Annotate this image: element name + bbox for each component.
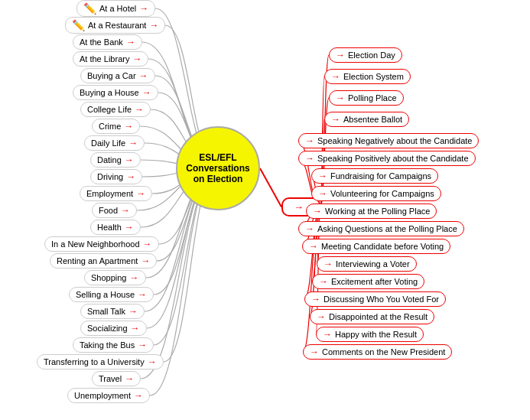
right-node-arrow-excitement: → [319, 276, 328, 287]
left-node-employment[interactable]: Employment→ [80, 186, 152, 201]
node-arrow-food: → [121, 205, 130, 216]
node-label-library: At the Library [80, 54, 129, 63]
node-label-daily-life: Daily Life [91, 138, 125, 148]
right-node-excitement[interactable]: →Excitement after Voting [312, 274, 424, 289]
left-node-travel[interactable]: Travel→ [92, 371, 141, 386]
left-node-college-life[interactable]: College Life→ [80, 102, 151, 117]
right-node-arrow-election-day: → [336, 50, 345, 60]
right-node-label-happy: Happy with the Result [335, 330, 417, 339]
node-arrow-renting: → [141, 256, 150, 266]
left-node-socializing[interactable]: Socializing→ [80, 321, 147, 336]
right-node-arrow-asking-questions: → [305, 223, 314, 234]
left-node-driving[interactable]: Driving→ [90, 169, 142, 184]
right-node-asking-questions[interactable]: →Asking Questions at the Polling Place [298, 221, 464, 236]
svg-line-0 [260, 168, 281, 207]
node-label-unemployment: Unemployment [74, 391, 131, 400]
right-node-meeting-candidate[interactable]: →Meeting Candidate before Voting [302, 239, 450, 254]
right-node-polling-place[interactable]: →Polling Place [329, 90, 404, 106]
node-label-dating: Dating [97, 155, 122, 164]
right-node-fundraising[interactable]: →Fundraising for Campaigns [311, 168, 438, 184]
right-node-speaking-pos[interactable]: →Speaking Positively about the Candidate [298, 151, 476, 166]
left-node-restaurant[interactable]: ✏️At a Restaurant→ [65, 17, 165, 34]
node-label-small-talk: Small Talk [87, 307, 125, 316]
node-arrow-taking-bus: → [138, 340, 147, 350]
right-node-interviewing[interactable]: →Interviewing a Voter [317, 256, 417, 272]
left-node-buying-car[interactable]: Buying a Car→ [80, 68, 155, 83]
node-label-buying-car: Buying a Car [87, 71, 136, 80]
right-node-arrow-interviewing: → [324, 259, 333, 269]
left-node-hotel[interactable]: ✏️At a Hotel→ [76, 0, 155, 17]
right-node-disappointed[interactable]: →Disappointed at the Result [310, 309, 434, 324]
node-arrow-college-life: → [135, 104, 144, 115]
node-label-employment: Employment [86, 189, 133, 198]
node-arrow-travel: → [125, 373, 134, 384]
node-arrow-daily-life: → [128, 138, 138, 148]
left-node-bank[interactable]: At the Bank→ [73, 34, 142, 50]
left-node-new-neighborhood[interactable]: In a New Neighborhood→ [44, 236, 159, 252]
node-arrow-buying-car: → [139, 70, 148, 81]
right-node-label-comments: Comments on the New President [322, 347, 445, 357]
mind-map-canvas: ESL/EFL Conversations on Election → ✏️At… [0, 0, 530, 420]
right-node-election-day[interactable]: →Election Day [329, 47, 402, 63]
left-node-daily-life[interactable]: Daily Life→ [84, 135, 145, 151]
right-node-arrow-election-system: → [331, 71, 340, 82]
left-node-taking-bus[interactable]: Taking the Bus→ [73, 337, 154, 353]
left-node-shopping[interactable]: Shopping→ [84, 270, 146, 285]
right-node-speaking-neg[interactable]: →Speaking Negatively about the Candidate [298, 133, 479, 148]
node-arrow-buying-house: → [142, 87, 151, 98]
node-arrow-dating: → [125, 155, 134, 165]
election-arrow: → [294, 201, 304, 213]
node-arrow-small-talk: → [128, 306, 138, 317]
right-node-arrow-disappointed: → [317, 311, 326, 322]
left-node-small-talk[interactable]: Small Talk→ [80, 304, 145, 319]
left-node-selling-house[interactable]: Selling a House→ [69, 287, 154, 302]
right-node-arrow-speaking-neg: → [305, 135, 314, 146]
right-node-label-interviewing: Interviewing a Voter [336, 259, 410, 269]
right-node-arrow-absentee-ballot: → [331, 114, 340, 125]
node-label-transferring: Transferring to a University [44, 357, 145, 366]
left-node-health[interactable]: Health→ [90, 220, 141, 235]
node-icon-hotel: ✏️ [83, 2, 96, 15]
right-node-happy[interactable]: →Happy with the Result [316, 327, 424, 342]
right-node-arrow-working-polling: → [313, 206, 322, 217]
right-node-absentee-ballot[interactable]: →Absentee Ballot [324, 112, 409, 127]
node-label-new-neighborhood: In a New Neighborhood [51, 239, 140, 249]
node-label-bank: At the Bank [80, 37, 123, 47]
node-arrow-selling-house: → [138, 289, 147, 300]
node-label-shopping: Shopping [91, 273, 127, 282]
right-node-discussing[interactable]: →Discussing Who You Voted For [304, 291, 446, 307]
left-node-food[interactable]: Food→ [92, 203, 137, 218]
node-arrow-crime: → [124, 121, 133, 132]
node-arrow-new-neighborhood: → [143, 239, 152, 249]
left-node-transferring[interactable]: Transferring to a University→ [37, 354, 164, 370]
right-node-arrow-polling-place: → [336, 93, 345, 103]
center-node[interactable]: ESL/EFL Conversations on Election [176, 126, 260, 210]
left-node-unemployment[interactable]: Unemployment→ [67, 388, 150, 403]
right-node-working-polling[interactable]: →Working at the Polling Place [306, 203, 437, 219]
right-node-label-absentee-ballot: Absentee Ballot [343, 115, 402, 124]
right-node-label-disappointed: Disappointed at the Result [329, 312, 428, 321]
node-label-renting: Renting an Apartment [57, 256, 138, 265]
node-arrow-driving: → [126, 171, 135, 182]
left-node-crime[interactable]: Crime→ [92, 119, 140, 134]
node-label-crime: Crime [99, 122, 121, 131]
node-label-restaurant: At a Restaurant [88, 21, 146, 30]
node-arrow-unemployment: → [134, 390, 143, 401]
node-label-buying-house: Buying a House [80, 88, 139, 97]
right-node-label-discussing: Discussing Who You Voted For [324, 295, 439, 304]
right-node-volunteering[interactable]: →Volunteering for Campaigns [311, 186, 441, 201]
right-node-election-system[interactable]: →Election System [324, 69, 411, 84]
node-label-socializing: Socializing [87, 324, 128, 333]
node-arrow-restaurant: → [149, 20, 158, 31]
left-node-renting[interactable]: Renting an Apartment→ [50, 253, 157, 269]
right-node-comments[interactable]: →Comments on the New President [303, 344, 452, 360]
right-node-label-excitement: Excitement after Voting [331, 277, 418, 286]
left-node-dating[interactable]: Dating→ [90, 152, 141, 168]
right-node-label-meeting-candidate: Meeting Candidate before Voting [321, 242, 444, 251]
left-node-buying-house[interactable]: Buying a House→ [73, 85, 158, 100]
node-label-selling-house: Selling a House [76, 290, 135, 299]
left-node-library[interactable]: At the Library→ [73, 51, 148, 67]
node-label-driving: Driving [97, 172, 123, 181]
right-node-arrow-meeting-candidate: → [309, 241, 318, 252]
right-node-label-working-polling: Working at the Polling Place [325, 207, 430, 216]
